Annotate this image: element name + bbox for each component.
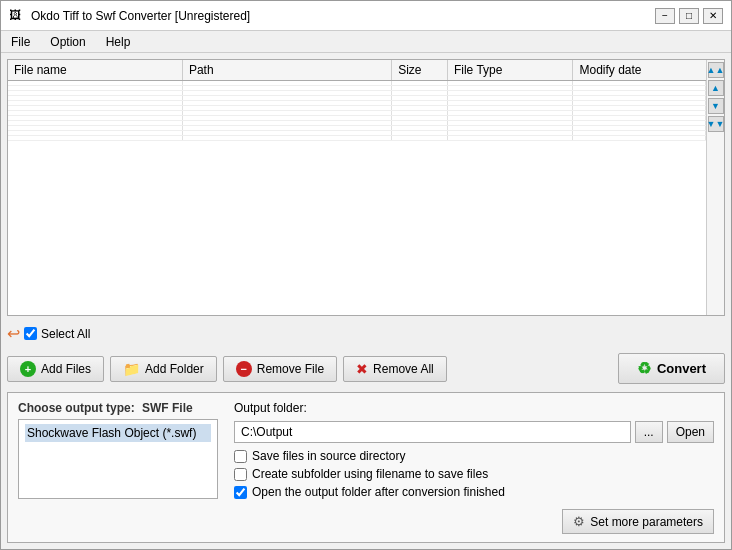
output-folder-row: ... Open	[234, 421, 714, 443]
table-wrapper: File name Path Size File Type Modify dat…	[8, 60, 706, 315]
output-type-panel: Choose output type: SWF File Shockwave F…	[18, 401, 218, 534]
output-type-item[interactable]: Shockwave Flash Object (*.swf)	[25, 424, 211, 442]
scroll-down-button[interactable]: ▼	[708, 98, 724, 114]
remove-file-icon: −	[236, 361, 252, 377]
menu-bar: File Option Help	[1, 31, 731, 53]
save-source-label: Save files in source directory	[252, 449, 405, 463]
output-type-header: Choose output type: SWF File	[18, 401, 218, 415]
file-table-container: File name Path Size File Type Modify dat…	[7, 59, 725, 316]
select-all-area: ↩ Select All	[7, 322, 725, 345]
window-title: Okdo Tiff to Swf Converter [Unregistered…	[31, 9, 250, 23]
toolbar-row: + Add Files 📁 Add Folder − Remove File ✖…	[7, 351, 725, 386]
minimize-button[interactable]: −	[655, 8, 675, 24]
file-table: File name Path Size File Type Modify dat…	[8, 60, 706, 141]
scroll-bottom-button[interactable]: ▼▼	[708, 116, 724, 132]
checkbox-row-2: Create subfolder using filename to save …	[234, 467, 714, 481]
add-folder-icon: 📁	[123, 361, 140, 377]
output-type-text: Choose output type:	[18, 401, 135, 415]
add-folder-button[interactable]: 📁 Add Folder	[110, 356, 217, 382]
options-checkboxes: Save files in source directory Create su…	[234, 449, 714, 499]
checkbox-row-1: Save files in source directory	[234, 449, 714, 463]
set-params-label: Set more parameters	[590, 515, 703, 529]
checkbox-row-3: Open the output folder after conversion …	[234, 485, 714, 499]
add-folder-label: Add Folder	[145, 362, 204, 376]
menu-file[interactable]: File	[5, 33, 36, 51]
add-files-label: Add Files	[41, 362, 91, 376]
scroll-top-button[interactable]: ▲▲	[708, 62, 724, 78]
app-icon: 🖼	[9, 8, 25, 24]
create-subfolder-label: Create subfolder using filename to save …	[252, 467, 488, 481]
convert-label: Convert	[657, 361, 706, 376]
output-type-value: SWF File	[142, 401, 193, 415]
open-output-label: Open the output folder after conversion …	[252, 485, 505, 499]
remove-all-button[interactable]: ✖ Remove All	[343, 356, 447, 382]
select-all-checkbox[interactable]	[24, 327, 37, 340]
menu-help[interactable]: Help	[100, 33, 137, 51]
main-window: 🖼 Okdo Tiff to Swf Converter [Unregister…	[0, 0, 732, 550]
output-folder-panel: Output folder: ... Open Save files in so…	[234, 401, 714, 534]
scroll-buttons-panel: ▲▲ ▲ ▼ ▼▼	[706, 60, 724, 315]
output-folder-label: Output folder:	[234, 401, 714, 415]
browse-button[interactable]: ...	[635, 421, 663, 443]
remove-all-icon: ✖	[356, 361, 368, 377]
add-files-button[interactable]: + Add Files	[7, 356, 104, 382]
col-filetype: File Type	[447, 60, 573, 81]
gear-icon: ⚙	[573, 514, 585, 529]
scroll-up-button[interactable]: ▲	[708, 80, 724, 96]
close-button[interactable]: ✕	[703, 8, 723, 24]
remove-file-button[interactable]: − Remove File	[223, 356, 337, 382]
open-output-checkbox[interactable]	[234, 486, 247, 499]
save-source-checkbox[interactable]	[234, 450, 247, 463]
set-params-button[interactable]: ⚙ Set more parameters	[562, 509, 714, 534]
add-files-icon: +	[20, 361, 36, 377]
col-modifydate: Modify date	[573, 60, 706, 81]
folder-back-icon: ↩	[7, 324, 20, 343]
col-filename: File name	[8, 60, 182, 81]
menu-option[interactable]: Option	[44, 33, 91, 51]
remove-all-label: Remove All	[373, 362, 434, 376]
create-subfolder-checkbox[interactable]	[234, 468, 247, 481]
convert-icon: ♻	[637, 359, 651, 378]
title-bar-left: 🖼 Okdo Tiff to Swf Converter [Unregister…	[9, 8, 250, 24]
col-size: Size	[392, 60, 448, 81]
main-content: File name Path Size File Type Modify dat…	[1, 53, 731, 549]
remove-file-label: Remove File	[257, 362, 324, 376]
col-path: Path	[182, 60, 391, 81]
title-bar: 🖼 Okdo Tiff to Swf Converter [Unregister…	[1, 1, 731, 31]
convert-button[interactable]: ♻ Convert	[618, 353, 725, 384]
table-scroll-area: File name Path Size File Type Modify dat…	[8, 60, 724, 315]
bottom-panel: Choose output type: SWF File Shockwave F…	[7, 392, 725, 543]
output-folder-input[interactable]	[234, 421, 631, 443]
table-row	[8, 136, 706, 141]
select-all-label: Select All	[41, 327, 90, 341]
open-button[interactable]: Open	[667, 421, 714, 443]
restore-button[interactable]: □	[679, 8, 699, 24]
title-controls: − □ ✕	[655, 8, 723, 24]
output-type-list: Shockwave Flash Object (*.swf)	[18, 419, 218, 499]
